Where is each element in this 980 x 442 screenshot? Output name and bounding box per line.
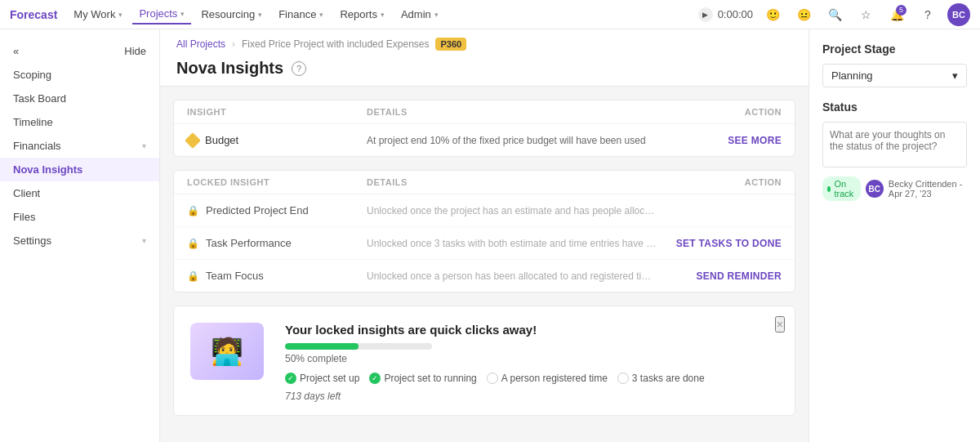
sidebar-item-nova-insights[interactable]: Nova Insights [0,158,159,181]
sidebar-label-timeline: Timeline [13,116,53,128]
chevron-down-icon: ▾ [258,11,262,19]
top-navigation: Forecast My Work ▾ Projects ▾ Resourcing… [0,0,980,29]
emoji-icon[interactable]: 🙂 [761,3,784,26]
promo-days-left: 713 days left [285,391,778,402]
sidebar-label-files: Files [13,211,35,223]
mood-icon[interactable]: 😐 [792,3,815,26]
promo-banner: 🧑‍💻 Your locked insights are quick click… [173,306,795,416]
lock-icon: 🔒 [187,205,199,217]
check-circle-icon: ✓ [285,373,296,384]
promo-progress-label: 50% complete [285,353,778,364]
locked-table-header: LOCKED INSIGHT DETAILS ACTION [174,171,795,194]
page-title-row: Nova Insights ? [176,56,792,86]
locked-row-details: Unlocked once 3 tasks with both estimate… [367,238,659,249]
nav-right-controls: ▶ 0:00:00 🙂 😐 🔍 ☆ 🔔 5 ? BC [698,3,970,26]
nav-item-projects[interactable]: Projects ▾ [132,4,191,25]
status-comment: On track BC Becky Crittenden - Apr 27, '… [822,176,967,201]
nav-item-mywork[interactable]: My Work ▾ [67,5,129,24]
sidebar-item-scoping[interactable]: Scoping [0,63,159,87]
sidebar-label-financials: Financials [13,140,61,152]
chevron-icon: ▾ [142,236,146,245]
insight-budget-action: SEE MORE [684,134,782,146]
content-area: INSIGHT DETAILS ACTION Budget At project… [160,87,808,429]
locked-predicted-project-end: 🔒 Predicted Project End [187,204,367,217]
table-row: 🔒 Task Performance Unlocked once 3 tasks… [174,227,795,260]
notifications-icon[interactable]: 🔔 5 [885,3,908,26]
locked-row-action-1: SET TASKS TO DONE [659,237,782,249]
promo-illustration: 🧑‍💻 [190,323,272,380]
hide-icon: « [13,45,19,57]
illustration-graphic: 🧑‍💻 [190,323,264,380]
stage-title: Project Stage [822,42,967,56]
see-more-link[interactable]: SEE MORE [728,135,782,146]
stage-select-dropdown[interactable]: Planning ▾ [822,64,967,87]
table-row: 🔒 Team Focus Unlocked once a person has … [174,260,795,292]
play-icon[interactable]: ▶ [698,7,713,22]
col-locked-action: ACTION [651,177,782,187]
breadcrumb-all-projects[interactable]: All Projects [176,38,225,50]
check-item-0: ✓ Project set up [285,373,359,384]
uncheck-circle-icon [617,373,629,384]
timer-display: 0:00:00 [718,8,753,20]
insight-budget-details: At project end 10% of the fixed price bu… [367,135,684,146]
promo-content: Your locked insights are quick clicks aw… [285,323,778,402]
col-locked: LOCKED INSIGHT [187,177,367,187]
breadcrumb-project-name: Fixed Price Project with included Expens… [242,38,429,50]
locked-row-details: Unlocked once a person has been allocate… [367,270,659,282]
page-header: All Projects › Fixed Price Project with … [160,29,808,87]
table-row: 🔒 Predicted Project End Unlocked once th… [174,194,795,227]
nav-item-reports[interactable]: Reports ▾ [333,5,391,24]
promo-checklist: ✓ Project set up ✓ Project set to runnin… [285,373,778,384]
chevron-down-icon: ▾ [319,11,323,19]
sidebar: « Hide Scoping Task Board Timeline Finan… [0,29,160,442]
sidebar-label-client: Client [13,187,40,199]
locked-row-details: Unlocked once the project has an estimat… [367,205,659,217]
status-badge: On track [822,176,861,201]
col-insight: INSIGHT [187,107,367,117]
sidebar-item-settings[interactable]: Settings ▾ [0,229,159,252]
sidebar-item-files[interactable]: Files [0,205,159,229]
promo-progress-bar [285,343,432,350]
user-avatar[interactable]: BC [947,3,970,26]
help-circle-icon[interactable]: ? [292,61,306,76]
insight-budget-name: Budget [187,134,367,146]
nav-item-finance[interactable]: Finance ▾ [272,5,330,24]
send-reminder-link[interactable]: SEND REMINDER [696,270,782,282]
locked-row-action-2: SEND REMINDER [659,270,782,282]
table-row: Budget At project end 10% of the fixed p… [174,124,795,156]
help-icon[interactable]: ? [916,3,939,26]
status-dot-icon [827,186,831,192]
col-action: ACTION [684,107,782,117]
stage-value: Planning [831,69,873,82]
nav-item-admin[interactable]: Admin ▾ [394,5,445,24]
page-title: Nova Insights [176,59,283,78]
search-icon[interactable]: 🔍 [823,3,846,26]
col-locked-details: DETAILS [367,177,651,187]
sidebar-label-nova-insights: Nova Insights [13,163,82,176]
sidebar-item-taskboard[interactable]: Task Board [0,87,159,110]
sidebar-label-scoping: Scoping [13,69,51,81]
uncheck-circle-icon [487,373,498,384]
check-item-1: ✓ Project set to running [369,373,476,384]
set-tasks-done-link[interactable]: SET TASKS TO DONE [676,238,782,249]
nav-item-resourcing[interactable]: Resourcing ▾ [194,5,269,24]
sidebar-item-financials[interactable]: Financials ▾ [0,134,159,158]
brand-logo[interactable]: Forecast [10,8,57,21]
star-icon[interactable]: ☆ [854,3,877,26]
status-section: Status On track BC Becky Crittenden - Ap… [822,100,967,201]
notification-badge: 5 [896,5,906,16]
promo-title: Your locked insights are quick clicks aw… [285,323,778,337]
sidebar-hide-toggle[interactable]: « Hide [0,39,159,63]
timer-control[interactable]: ▶ 0:00:00 [698,7,753,22]
diamond-icon [185,132,201,149]
sidebar-item-timeline[interactable]: Timeline [0,110,159,134]
insight-table: INSIGHT DETAILS ACTION Budget At project… [173,100,795,157]
lock-icon: 🔒 [187,270,199,282]
lock-icon: 🔒 [187,238,199,249]
chevron-down-icon: ▾ [434,11,439,19]
status-textarea[interactable] [822,122,967,167]
insight-table-header: INSIGHT DETAILS ACTION [174,100,795,124]
chevron-down-icon: ▾ [118,11,122,19]
sidebar-item-client[interactable]: Client [0,181,159,205]
promo-close-button[interactable]: × [775,316,785,333]
